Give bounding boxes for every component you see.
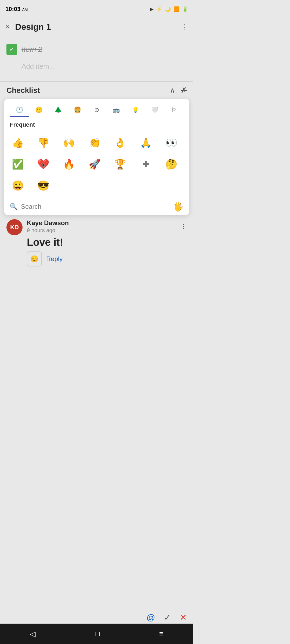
- cursor-icon: [41, 162, 48, 169]
- section-header: Checklist ∧ ✗: [0, 81, 193, 99]
- back-button[interactable]: ◁: [30, 630, 36, 638]
- add-reaction-button[interactable]: 😊: [27, 251, 42, 266]
- emoji-tab-hearts[interactable]: 🤍: [145, 103, 164, 117]
- emoji-check[interactable]: ✅: [8, 154, 28, 174]
- emoji-search-bar[interactable]: 🔍 🖐️: [4, 198, 189, 215]
- comment-author-info: Kaye Dawson 9 hours ago: [27, 219, 69, 233]
- main-content: ✓ Item 2 Add item...: [0, 36, 193, 79]
- wifi-icon: 📶: [173, 6, 179, 12]
- bottom-action-bar: @ ✓ ✕: [0, 612, 193, 623]
- more-button[interactable]: ⋮: [180, 23, 188, 31]
- collapse-icon[interactable]: ∧: [170, 86, 175, 95]
- close-button[interactable]: ×: [5, 23, 10, 31]
- emoji-tab-smiley[interactable]: 🙂: [29, 103, 48, 117]
- battery-icon: 🔋: [182, 6, 188, 12]
- ampm-display: AM: [22, 8, 28, 12]
- dismiss-button[interactable]: ✕: [180, 612, 187, 623]
- checkbox-checked[interactable]: ✓: [6, 44, 17, 55]
- emoji-raised-hands[interactable]: 🙌: [59, 133, 79, 153]
- comment-actions: 😊 Reply: [27, 251, 187, 266]
- bluetooth-icon: ⚡: [156, 6, 162, 12]
- comment-body: Kaye Dawson 9 hours ago ⋮ Love it! 😊 Rep…: [27, 219, 187, 266]
- status-bar: 10:03 AM ▶ ⚡ 🌙 📶 🔋: [0, 0, 193, 17]
- emoji-eyes[interactable]: 👀: [161, 133, 182, 153]
- camera-icon: ▶: [150, 6, 154, 12]
- checklist-item: ✓ Item 2: [6, 41, 187, 58]
- confirm-button[interactable]: ✓: [164, 612, 171, 623]
- comment-section: KD Kaye Dawson 9 hours ago ⋮ Love it! 😊 …: [0, 215, 193, 271]
- emoji-thumbs-up[interactable]: 👍: [8, 133, 28, 153]
- status-time: 10:03 AM: [5, 6, 28, 13]
- section-action-icons: ∧ ✗: [170, 86, 187, 95]
- android-nav-bar: ◁ □ ≡: [0, 624, 193, 644]
- emoji-tab-food[interactable]: 🍔: [68, 103, 87, 117]
- search-input[interactable]: [21, 203, 170, 210]
- emoji-praying[interactable]: 🙏: [136, 133, 156, 153]
- emoji-tab-objects[interactable]: 💡: [126, 103, 145, 117]
- emoji-fire[interactable]: 🔥: [59, 154, 79, 174]
- emoji-rocket[interactable]: 🚀: [84, 154, 105, 174]
- emoji-section-label: Frequent: [4, 117, 189, 130]
- emoji-tab-recent[interactable]: 🕐: [10, 103, 29, 117]
- raised-hand-emoji[interactable]: 🖐️: [173, 202, 184, 212]
- add-item-placeholder[interactable]: Add item...: [6, 58, 187, 75]
- emoji-tabs: 🕐 🙂 🌲 🍔 ⊙ 🚌 💡 🤍 🏳: [4, 99, 189, 117]
- home-button[interactable]: □: [95, 630, 100, 638]
- emoji-plus[interactable]: ✚: [136, 154, 156, 174]
- emoji-thinking[interactable]: 🤔: [161, 154, 182, 174]
- emoji-tab-activity[interactable]: ⊙: [87, 103, 106, 117]
- checklist-item-text: Item 2: [21, 45, 42, 54]
- emoji-tab-nature[interactable]: 🌲: [48, 103, 68, 117]
- comment-more-button[interactable]: ⋮: [180, 223, 187, 230]
- screen-record-icon: ▶: [150, 6, 154, 12]
- emoji-thumbs-down[interactable]: 👎: [33, 133, 53, 153]
- search-icon: 🔍: [10, 203, 18, 210]
- status-icons: ▶ ⚡ 🌙 📶 🔋: [150, 6, 188, 12]
- emoji-picker: 🕐 🙂 🌲 🍔 ⊙ 🚌 💡 🤍 🏳 Frequent 👍 👎 🙌 👏 👌 🙏 👀…: [4, 99, 189, 215]
- reaction-icon: 😊: [30, 255, 38, 263]
- top-toolbar: × Design 1 ⋮: [0, 17, 193, 36]
- commenter-name: Kaye Dawson: [27, 219, 69, 227]
- section-title: Checklist: [6, 86, 40, 95]
- emoji-heart[interactable]: ❤️: [33, 154, 53, 174]
- emoji-tab-travel[interactable]: 🚌: [106, 103, 126, 117]
- comment-item: KD Kaye Dawson 9 hours ago ⋮ Love it! 😊 …: [6, 219, 187, 266]
- comment-time: 9 hours ago: [27, 227, 69, 233]
- comment-text: Love it!: [27, 237, 187, 248]
- avatar: KD: [6, 219, 23, 235]
- disable-icon[interactable]: ✗: [181, 86, 187, 95]
- reply-button[interactable]: Reply: [46, 255, 63, 263]
- emoji-clapping[interactable]: 👏: [84, 133, 105, 153]
- emoji-grid: 👍 👎 🙌 👏 👌 🙏 👀 ✅ ❤️ 🔥 🚀 🏆 ✚ 🤔 😀 😎: [4, 130, 189, 198]
- page-title: Design 1: [15, 22, 180, 32]
- emoji-ok[interactable]: 👌: [110, 133, 130, 153]
- moon-icon: 🌙: [165, 6, 171, 12]
- recents-button[interactable]: ≡: [159, 630, 164, 638]
- comment-header: Kaye Dawson 9 hours ago ⋮: [27, 219, 187, 233]
- time-display: 10:03: [5, 6, 20, 12]
- emoji-sunglasses[interactable]: 😎: [33, 175, 53, 196]
- emoji-tab-flags[interactable]: 🏳: [164, 103, 184, 117]
- emoji-trophy[interactable]: 🏆: [110, 154, 130, 174]
- emoji-grin[interactable]: 😀: [8, 175, 28, 196]
- mention-button[interactable]: @: [147, 613, 155, 623]
